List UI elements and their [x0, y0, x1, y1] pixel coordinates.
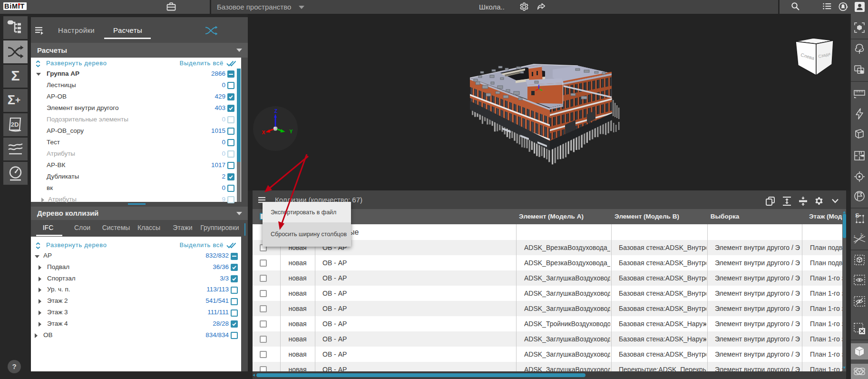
- svg-text:Z: Z: [274, 108, 278, 114]
- svg-text:2: 2: [860, 233, 862, 236]
- svg-text:Y: Y: [289, 129, 293, 134]
- svg-text:2D: 2D: [11, 121, 19, 128]
- svg-text:X: X: [262, 130, 265, 135]
- svg-text:1: 1: [854, 235, 856, 238]
